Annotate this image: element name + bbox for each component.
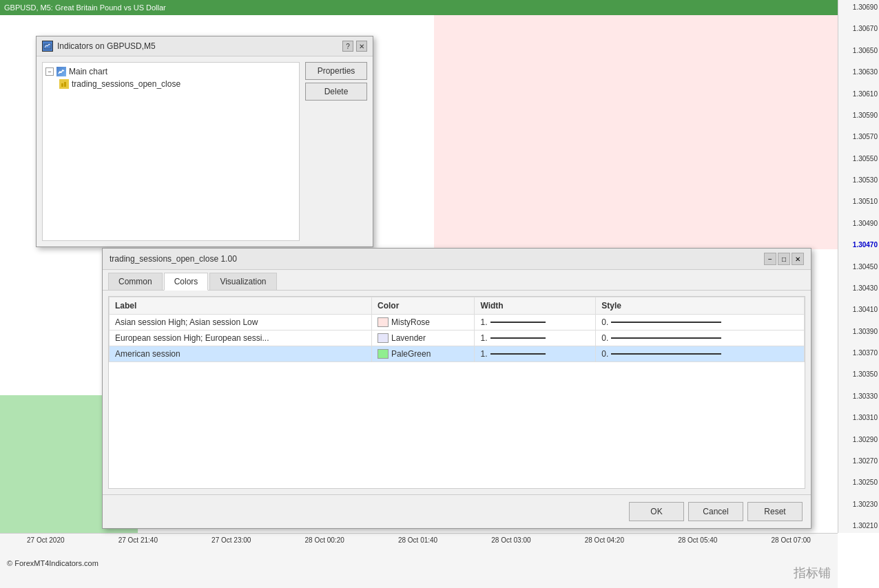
svg-rect-1 — [61, 83, 63, 87]
ok-button[interactable]: OK — [629, 502, 684, 521]
table-row[interactable]: European session High; European sessi...… — [110, 330, 805, 346]
indicators-dialog-body: − Main chart trading_sessions_open_close — [37, 56, 373, 246]
price-label: 1.30310 — [840, 414, 878, 421]
row-style[interactable]: 0. — [596, 330, 805, 346]
chart-title: GBPUSD, M5: Great Britain Pound vs US Do… — [4, 3, 166, 12]
time-label: 28 Oct 04:20 — [585, 536, 624, 544]
price-label: 1.30610 — [840, 90, 878, 98]
price-label: 1.30210 — [840, 522, 878, 529]
width-line — [490, 337, 546, 339]
style-value: 0. — [601, 349, 608, 359]
properties-tabs: Common Colors Visualization — [103, 270, 811, 291]
col-header-color: Color — [371, 297, 475, 315]
time-label: 28 Oct 05:40 — [678, 536, 717, 544]
row-style[interactable]: 0. — [596, 315, 805, 330]
style-line — [611, 353, 721, 355]
col-header-width: Width — [475, 297, 596, 315]
table-row[interactable]: American session PaleGreen 1. — [110, 346, 805, 362]
time-label: 28 Oct 07:00 — [772, 536, 811, 544]
properties-button[interactable]: Properties — [305, 62, 367, 80]
col-header-style: Style — [596, 297, 805, 315]
price-label: 1.30490 — [840, 220, 878, 227]
minimize-button[interactable]: − — [764, 253, 776, 265]
color-swatch — [378, 317, 389, 327]
tab-common[interactable]: Common — [108, 273, 163, 290]
col-header-label: Label — [110, 297, 372, 315]
table-row[interactable]: Asian session High; Asian session Low Mi… — [110, 315, 805, 330]
close-button[interactable]: ✕ — [792, 253, 804, 265]
indicators-dialog: Indicators on GBPUSD,M5 ? ✕ − Main chart — [36, 36, 373, 247]
maximize-button[interactable]: □ — [778, 253, 790, 265]
indicator-label: trading_sessions_open_close — [72, 79, 180, 89]
chart-icon — [56, 67, 66, 76]
row-width[interactable]: 1. — [475, 330, 596, 346]
price-label: 1.30410 — [840, 306, 878, 313]
style-value: 0. — [601, 333, 608, 343]
indicators-dialog-question[interactable]: ? — [342, 41, 353, 52]
price-label: 1.30650 — [840, 47, 878, 54]
indicators-tree-panel: − Main chart trading_sessions_open_close — [42, 62, 300, 241]
price-label: 1.30370 — [840, 349, 878, 357]
indicators-dialog-icon — [42, 41, 53, 52]
tab-colors[interactable]: Colors — [164, 273, 209, 291]
copyright-text: © ForexMT4Indicators.com — [7, 559, 99, 567]
price-label: 1.30230 — [840, 501, 878, 508]
indicators-dialog-title-left: Indicators on GBPUSD,M5 — [42, 41, 156, 52]
price-label: 1.30390 — [840, 328, 878, 335]
indicators-dialog-controls: ? ✕ — [342, 41, 367, 52]
color-name: MistyRose — [391, 317, 430, 327]
row-style[interactable]: 0. — [596, 346, 805, 362]
row-width[interactable]: 1. — [475, 346, 596, 362]
price-label: 1.30450 — [840, 263, 878, 271]
price-label: 1.30470 — [840, 241, 878, 249]
price-label: 1.30510 — [840, 198, 878, 205]
time-label: 27 Oct 23:00 — [211, 536, 251, 544]
price-label: 1.30330 — [840, 392, 878, 400]
row-width[interactable]: 1. — [475, 315, 596, 330]
width-value: 1. — [480, 349, 487, 359]
price-label: 1.30530 — [840, 176, 878, 184]
width-value: 1. — [480, 317, 487, 327]
row-color[interactable]: PaleGreen — [371, 346, 475, 362]
indicators-dialog-close[interactable]: ✕ — [356, 41, 367, 52]
time-axis: 27 Oct 2020 27 Oct 21:40 27 Oct 23:00 28… — [0, 533, 838, 588]
time-label: 28 Oct 01:40 — [398, 536, 437, 544]
tab-visualization[interactable]: Visualization — [209, 273, 276, 290]
row-label: European session High; European sessi... — [110, 330, 372, 346]
reset-button[interactable]: Reset — [747, 502, 803, 521]
colors-table: Label Color Width Style Asian session Hi… — [109, 297, 805, 362]
row-color[interactable]: Lavender — [371, 330, 475, 346]
price-label: 1.30550 — [840, 155, 878, 162]
color-swatch — [378, 349, 389, 359]
time-label: 28 Oct 03:00 — [491, 536, 530, 544]
width-line — [490, 322, 546, 323]
properties-footer: OK Cancel Reset — [103, 494, 811, 528]
width-value: 1. — [480, 333, 487, 343]
tree-indicator-item[interactable]: trading_sessions_open_close — [45, 78, 296, 90]
properties-titlebar: trading_sessions_open_close 1.00 − □ ✕ — [103, 249, 811, 270]
tree-expand-icon[interactable]: − — [45, 67, 54, 76]
indicators-dialog-title: Indicators on GBPUSD,M5 — [57, 41, 156, 51]
row-color[interactable]: MistyRose — [371, 315, 475, 330]
price-label: 1.30250 — [840, 479, 878, 486]
properties-win-controls: − □ ✕ — [764, 253, 804, 265]
price-label: 1.30290 — [840, 436, 878, 443]
pink-session-area — [434, 15, 838, 249]
price-label: 1.30430 — [840, 284, 878, 292]
price-scale: 1.30690 1.30670 1.30650 1.30630 1.30610 … — [838, 0, 879, 533]
delete-button[interactable]: Delete — [305, 83, 367, 101]
chart-title-bar: GBPUSD, M5: Great Britain Pound vs US Do… — [0, 0, 879, 15]
style-line — [611, 337, 721, 339]
width-line — [490, 353, 546, 355]
properties-dialog: trading_sessions_open_close 1.00 − □ ✕ C… — [102, 248, 811, 529]
main-chart-label: Main chart — [69, 67, 107, 76]
color-name: PaleGreen — [391, 349, 431, 359]
indicator-icon — [59, 79, 69, 89]
style-line — [611, 322, 721, 323]
properties-content: Label Color Width Style Asian session Hi… — [108, 296, 805, 489]
price-label: 1.30690 — [840, 3, 878, 11]
svg-rect-2 — [64, 82, 66, 87]
cancel-button[interactable]: Cancel — [688, 502, 743, 521]
tree-main-chart-item[interactable]: − Main chart — [45, 65, 296, 78]
row-label: Asian session High; Asian session Low — [110, 315, 372, 330]
